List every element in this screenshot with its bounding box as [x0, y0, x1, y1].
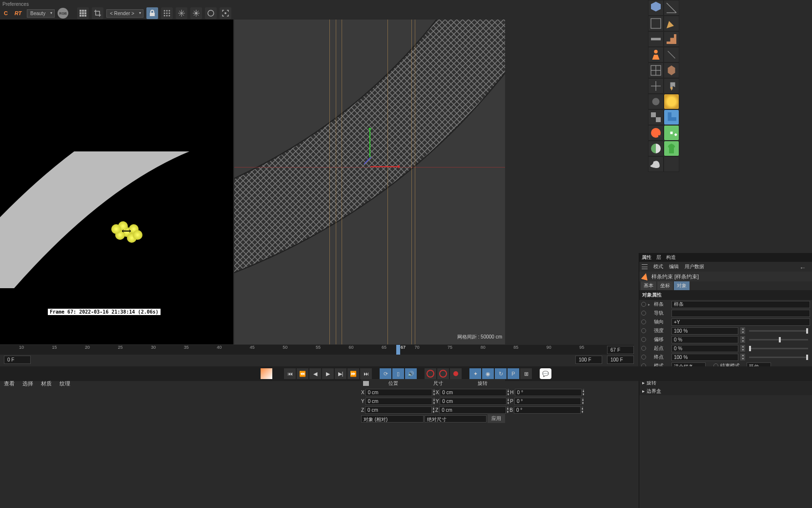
grid-icon[interactable]	[77, 7, 89, 19]
person-tool[interactable]	[648, 47, 664, 63]
offset-input[interactable]	[671, 336, 738, 343]
step-tool[interactable]	[664, 31, 679, 47]
spinner[interactable]: ▴▾	[740, 336, 745, 343]
menu-edit[interactable]: 编辑	[669, 263, 679, 270]
spinner[interactable]: ▴▾	[433, 406, 434, 413]
chevron-icon[interactable]: ▸	[648, 302, 652, 307]
timeline[interactable]: 1015202530354045505560657075808590951006…	[0, 345, 634, 355]
range-button[interactable]: ▯	[392, 368, 404, 379]
snowflake2-icon[interactable]	[190, 7, 202, 19]
spinner[interactable]: ▴▾	[740, 354, 745, 360]
tool-icon[interactable]	[664, 47, 679, 63]
go-end-button[interactable]: ⏭	[360, 368, 372, 379]
tool-icon[interactable]	[664, 0, 679, 16]
spline-input[interactable]	[671, 301, 810, 308]
chat-icon[interactable]: 💬	[540, 368, 551, 379]
tool-icon[interactable]	[648, 94, 664, 109]
key-scale-button[interactable]: ◉	[482, 368, 494, 379]
spinner[interactable]: ▴▾	[583, 389, 584, 396]
menu-userdata[interactable]: 用户数据	[685, 263, 704, 270]
play-button[interactable]: ▶	[322, 368, 334, 379]
gizmo-y-axis[interactable]	[369, 128, 370, 157]
collapse-bbox[interactable]: ▸边界盒	[639, 387, 812, 395]
end-slider[interactable]	[749, 357, 808, 358]
main-viewport[interactable]: 网格间距 : 50000 cm	[234, 20, 505, 344]
left-viewport[interactable]: Frame 67: 2022-03-16 21:38:14 (2.06s)	[0, 20, 233, 344]
radio[interactable]	[641, 319, 646, 324]
spinner[interactable]: ▴▾	[433, 398, 435, 404]
tab-attributes[interactable]: 属性	[642, 254, 651, 261]
pos-input[interactable]	[365, 389, 432, 396]
tab-coord[interactable]: 坐标	[657, 281, 673, 290]
record-button[interactable]	[450, 368, 462, 379]
spinner[interactable]: ▴▾	[508, 389, 509, 396]
box-tool[interactable]	[664, 63, 679, 78]
radio[interactable]	[641, 302, 646, 307]
tab-structure[interactable]: 构造	[666, 254, 676, 261]
spinner[interactable]: ▴▾	[433, 389, 435, 396]
strength-input[interactable]	[671, 327, 738, 335]
rot-input[interactable]	[514, 406, 581, 414]
prev-key-button[interactable]: ⏪	[297, 368, 308, 379]
spinner[interactable]: ▴▾	[740, 327, 745, 334]
menu-texture[interactable]: 纹理	[60, 380, 70, 387]
key-grid-button[interactable]: ⊞	[520, 368, 532, 379]
key-param-button[interactable]: P	[508, 368, 519, 379]
start-input[interactable]	[671, 345, 738, 352]
tab-layer[interactable]: 层	[656, 254, 661, 261]
spinner[interactable]: ▴▾	[582, 406, 583, 413]
checker-tool[interactable]	[648, 109, 664, 125]
back-arrow-icon[interactable]: ←	[799, 264, 806, 272]
beauty-dropdown[interactable]: Beauty	[27, 9, 55, 18]
half-sphere-tool[interactable]	[648, 141, 664, 156]
size-input[interactable]	[440, 398, 507, 405]
go-start-button[interactable]: ⏮	[284, 368, 296, 379]
tab-object[interactable]: 对象	[674, 281, 690, 290]
offset-slider[interactable]	[749, 339, 808, 340]
radio[interactable]	[641, 355, 646, 360]
rot-input[interactable]	[514, 398, 581, 405]
add-object-tool[interactable]	[664, 125, 679, 141]
spinner[interactable]: ▴▾	[740, 345, 745, 352]
sound-button[interactable]: 🔊	[405, 368, 417, 379]
align-tool[interactable]	[648, 78, 664, 94]
prev-frame-button[interactable]: ◀	[309, 368, 321, 379]
lock-icon[interactable]	[146, 7, 158, 19]
frame-tool[interactable]	[648, 16, 664, 31]
radio[interactable]	[641, 311, 646, 316]
material-icon[interactable]	[261, 368, 272, 379]
tab-basic[interactable]: 基本	[641, 281, 656, 290]
end-frame-input[interactable]: 100 F	[575, 356, 602, 364]
burger-icon[interactable]	[642, 264, 648, 269]
next-key-button[interactable]: ⏩	[347, 368, 359, 379]
render-dropdown[interactable]: < Render >	[106, 9, 143, 18]
menu-view[interactable]: 查看	[4, 380, 15, 387]
down-arrow-icon[interactable]	[664, 78, 679, 94]
blob-tool[interactable]	[648, 156, 664, 172]
axis-dropdown[interactable]: +Y	[671, 318, 810, 326]
spinner[interactable]: ▴▾	[582, 398, 584, 404]
pos-input[interactable]	[365, 406, 432, 414]
rot-input[interactable]	[515, 389, 582, 396]
c-button[interactable]: C	[2, 8, 9, 18]
rt-button[interactable]: RT	[12, 8, 24, 18]
crop-icon[interactable]	[92, 7, 103, 19]
radio[interactable]	[641, 328, 646, 333]
burger-icon[interactable]	[363, 381, 369, 386]
rgb-button[interactable]: RGB	[58, 8, 68, 19]
timeline-ruler[interactable]: 1015202530354045505560657075808590951006…	[0, 345, 634, 355]
spinner[interactable]: ▴▾	[507, 406, 508, 413]
radio[interactable]	[641, 346, 646, 351]
next-frame-button[interactable]: ▶|	[335, 368, 346, 379]
torus-tool[interactable]	[664, 94, 679, 109]
spinner[interactable]: ▴▾	[508, 398, 509, 404]
menu-material[interactable]: 材质	[41, 380, 52, 387]
snowflake1-icon[interactable]	[176, 7, 187, 19]
shirt-tool[interactable]	[664, 141, 679, 156]
record-key-button[interactable]	[437, 368, 449, 379]
start-frame-input[interactable]: 0 F	[4, 356, 31, 364]
pos-input[interactable]	[365, 398, 432, 405]
mesh-tool[interactable]	[648, 63, 664, 78]
size-input[interactable]	[439, 406, 506, 414]
rail-input[interactable]	[671, 310, 810, 317]
